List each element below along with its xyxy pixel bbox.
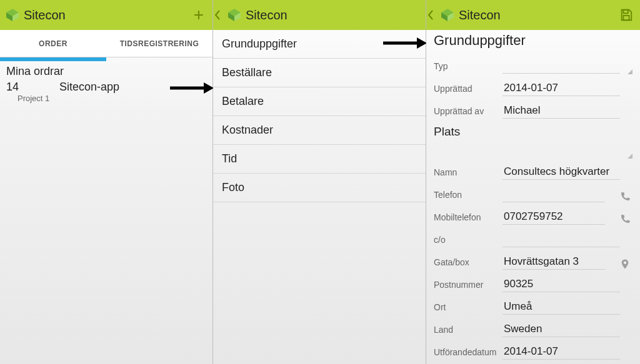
form: Grunduppgifter Typ Upprättad 2014-01-07 … <box>426 30 640 360</box>
tab-order[interactable]: ORDER <box>0 30 106 57</box>
menu-item-betalare[interactable]: Betalare <box>213 87 426 116</box>
header-title: Sitecon <box>246 8 288 22</box>
tab-indicator <box>0 57 212 61</box>
map-pin-icon[interactable] <box>618 258 632 270</box>
label-utforandedatum: Utförandedatum <box>434 347 502 360</box>
phone-icon[interactable] <box>618 214 632 225</box>
value-postnummer: 90325 <box>502 276 632 292</box>
label-mobil: Mobiltelefon <box>434 212 502 225</box>
app-logo-icon <box>440 7 455 22</box>
label-telefon: Telefon <box>434 190 502 202</box>
label-co: c/o <box>434 235 502 247</box>
field-namn[interactable]: Namn Consultecs högkvarter <box>434 159 632 180</box>
field-mobil[interactable]: Mobiltelefon 0702759752 <box>434 204 632 225</box>
order-name: Sitecon-app <box>59 81 119 93</box>
value-upprattad-av: Michael <box>502 102 632 119</box>
value-utforandedatum: 2014-01-07 <box>502 343 632 360</box>
label-ort: Ort <box>434 302 502 315</box>
value-mobil: 0702759752 <box>502 209 618 225</box>
section-title-plats: Plats <box>434 125 632 139</box>
field-postnummer[interactable]: Postnummer 90325 <box>434 271 632 292</box>
label-postnummer: Postnummer <box>434 280 502 292</box>
label-upprattad-av: Upprättad av <box>434 106 502 119</box>
back-button[interactable] <box>213 0 222 30</box>
value-ort: Umeå <box>502 298 632 315</box>
menu-item-foto[interactable]: Foto <box>213 174 426 202</box>
add-button[interactable]: + <box>185 0 212 30</box>
form-title: Grunduppgifter <box>434 32 632 49</box>
header-bar: Sitecon + <box>0 0 212 30</box>
order-row[interactable]: 14 Sitecon-app Project 1 <box>0 79 212 103</box>
value-gata: Hovrättsgatan 3 <box>502 253 618 270</box>
field-typ[interactable]: Typ <box>434 52 632 74</box>
app-logo-icon <box>227 7 242 22</box>
menu-item-bestallare[interactable]: Beställare <box>213 59 426 87</box>
field-gata[interactable]: Gata/box Hovrättsgatan 3 <box>434 248 632 270</box>
label-gata: Gata/box <box>434 257 502 270</box>
plus-icon: + <box>194 6 204 24</box>
tabs: ORDER TIDSREGISTRERING <box>0 30 212 57</box>
field-co[interactable]: c/o <box>434 226 632 247</box>
screen-form: Sitecon Grunduppgifter Typ Upprättad 201… <box>426 0 640 364</box>
label-upprattad: Upprättad <box>434 84 502 96</box>
header-bar: Sitecon <box>426 0 640 30</box>
value-namn: Consultecs högkvarter <box>502 164 632 180</box>
back-button[interactable] <box>426 0 435 30</box>
label-typ: Typ <box>434 61 502 74</box>
header-bar: Sitecon <box>213 0 426 30</box>
field-upprattad[interactable]: Upprättad 2014-01-07 <box>434 75 632 96</box>
svg-rect-13 <box>623 10 628 14</box>
value-land: Sweden <box>502 321 632 337</box>
value-upprattad: 2014-01-07 <box>502 80 632 96</box>
save-button[interactable] <box>612 0 640 30</box>
field-utforandedatum[interactable]: Utförandedatum 2014-01-07 <box>434 338 632 360</box>
header-title: Sitecon <box>459 8 501 22</box>
svg-rect-14 <box>623 16 629 20</box>
field-land[interactable]: Land Sweden <box>434 316 632 337</box>
field-telefon[interactable]: Telefon <box>434 181 632 202</box>
order-number: 14 <box>6 81 56 94</box>
label-namn: Namn <box>434 167 502 180</box>
order-project: Project 1 <box>6 94 206 103</box>
field-ort[interactable]: Ort Umeå <box>434 293 632 315</box>
menu-item-kostnader[interactable]: Kostnader <box>213 116 426 145</box>
screen-order-menu: Sitecon Grunduppgifter Beställare Betala… <box>213 0 426 364</box>
field-upprattad-av[interactable]: Upprättad av Michael <box>434 97 632 119</box>
menu-item-tid[interactable]: Tid <box>213 145 426 174</box>
app-logo-icon <box>5 7 20 22</box>
tab-tidsregistrering[interactable]: TIDSREGISTRERING <box>106 30 212 57</box>
section-label: Mina ordrar <box>0 61 212 79</box>
screen-order-list: Sitecon + ORDER TIDSREGISTRERING Mina or… <box>0 0 213 364</box>
header-title: Sitecon <box>24 8 66 22</box>
label-land: Land <box>434 325 502 337</box>
phone-icon[interactable] <box>618 191 632 202</box>
menu-item-grunduppgifter[interactable]: Grunduppgifter <box>213 30 426 59</box>
